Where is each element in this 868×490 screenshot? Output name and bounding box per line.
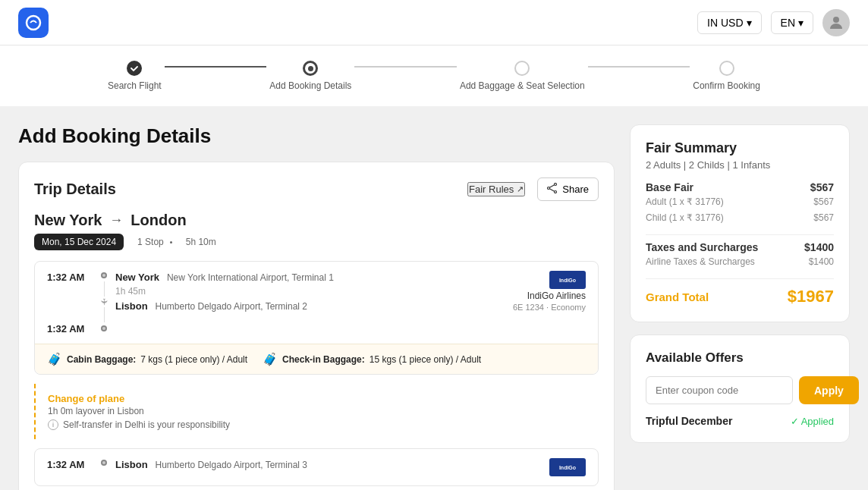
base-fare-section: Base Fair $567 Adult (1 x ₹ 31776) $567 …	[646, 181, 834, 225]
arrive-airport: Lisbon	[115, 300, 148, 312]
base-fare-row: Base Fair $567	[646, 181, 834, 193]
child-fare-amount: $567	[813, 212, 834, 223]
flight-details: New York New York International Airport,…	[115, 271, 513, 312]
fare-divider-2	[646, 278, 834, 279]
currency-selector[interactable]: IN USD ▾	[697, 11, 761, 34]
second-connector	[93, 458, 115, 466]
connector-3	[588, 66, 690, 68]
fair-rules-button[interactable]: Fair Rules ↗	[467, 182, 525, 196]
offers-title: Available Offers	[646, 350, 834, 366]
step-baggage: Add Baggage & Seat Selection	[460, 61, 585, 91]
lang-label: EN	[781, 17, 795, 29]
change-plane-text: Change of plane	[48, 393, 587, 404]
checkin-baggage-label: Check-in Baggage:	[282, 354, 365, 365]
baggage-row: 🧳 Cabin Baggage: 7 kgs (1 piece only) / …	[35, 344, 598, 374]
second-segment-box: 1:32 AM Lisbon Humberto Delgado Airport,…	[34, 448, 599, 486]
arrive-time: 1:32 AM	[47, 323, 84, 335]
svg-line-6	[550, 189, 555, 192]
second-depart-dot	[101, 460, 107, 466]
second-airline-logo: IndiGo	[549, 458, 586, 476]
flight-segment-box: 1:32 AM 1:32 AM ✈	[34, 261, 599, 375]
lang-chevron: ▾	[798, 17, 804, 29]
trip-details-card: Trip Details Fair Rules ↗	[18, 162, 615, 490]
times-column: 1:32 AM 1:32 AM	[47, 271, 93, 335]
svg-line-5	[550, 185, 555, 188]
user-avatar[interactable]	[822, 9, 850, 36]
coupon-input[interactable]	[646, 376, 793, 404]
route-from: New York	[34, 212, 102, 229]
second-times: 1:32 AM	[47, 458, 93, 470]
currency-chevron: ▾	[747, 17, 752, 29]
plane-icon: ✈	[99, 298, 109, 306]
card-actions: Fair Rules ↗	[467, 177, 599, 201]
svg-point-0	[27, 16, 40, 30]
date-badge: Mon, 15 Dec 2024	[34, 234, 124, 250]
airline-name: IndiGo Airlines	[527, 291, 586, 301]
fare-summary-card: Fair Summary 2 Adults | 2 Childs | 1 Inf…	[630, 124, 850, 322]
arrive-airport-full: Humberto Delgado Airport, Terminal 2	[156, 301, 308, 312]
connector-2	[354, 66, 457, 68]
step-label-search: Search Flight	[108, 80, 162, 91]
taxes-amount: $1400	[804, 241, 834, 253]
second-airport-full: Humberto Delgado Airport, Terminal 3	[156, 460, 308, 470]
step-circle-search	[127, 61, 142, 76]
cabin-baggage-value: 7 kgs (1 piece only) / Adult	[140, 354, 247, 365]
currency-label: IN USD	[707, 17, 743, 29]
fare-divider	[646, 234, 834, 235]
step-circle-baggage	[514, 61, 530, 76]
taxes-row: Taxes and Surcharges $1400	[646, 241, 834, 253]
airline-taxes-label: Airline Taxes & Surcharges	[646, 256, 755, 267]
airline-taxes-row: Airline Taxes & Surcharges $1400	[646, 256, 834, 269]
base-fare-label: Base Fair	[646, 181, 693, 193]
cabin-baggage-label: Cabin Baggage:	[67, 354, 136, 365]
depart-time: 1:32 AM	[47, 272, 84, 283]
apply-button[interactable]: Apply	[799, 376, 859, 404]
route-to: London	[131, 212, 186, 229]
depart-airport-full: New York International Airport, Terminal…	[167, 272, 334, 283]
checkin-baggage: 🧳 Check-in Baggage: 15 kgs (1 piece only…	[263, 352, 481, 366]
depart-airport: New York	[115, 272, 159, 283]
grand-total-row: Grand Total $1967	[646, 287, 834, 306]
left-panel: Add Booking Details Trip Details Fair Ru…	[18, 124, 615, 490]
checkin-baggage-value: 15 kgs (1 piece only) / Adult	[370, 354, 481, 365]
connector-1	[165, 66, 267, 68]
external-link-icon: ↗	[517, 184, 524, 194]
second-airport: Lisbon	[115, 459, 148, 470]
svg-point-4	[548, 187, 550, 190]
taxes-label: Taxes and Surcharges	[646, 241, 758, 253]
child-fare-row: Child (1 x ₹ 31776) $567	[646, 212, 834, 225]
second-airline-logo-text: IndiGo	[559, 465, 576, 470]
offer-row: Tripful December ✓ Applied	[646, 415, 834, 427]
cabin-bag-icon: 🧳	[47, 352, 62, 366]
layover-section: Change of plane 1h 0m layover in Lisbon …	[34, 384, 599, 439]
svg-point-1	[833, 17, 839, 23]
fair-rules-label: Fair Rules	[469, 184, 514, 195]
layover-time: 1h 0m layover in Lisbon	[48, 406, 587, 416]
coupon-row: Apply	[646, 376, 834, 404]
step-circle-booking	[303, 61, 318, 76]
taxes-section: Taxes and Surcharges $1400 Airline Taxes…	[646, 241, 834, 269]
step-circle-confirm	[719, 61, 734, 76]
airline-code: 6E 1234 · Economy	[513, 303, 586, 312]
second-flight-row: 1:32 AM Lisbon Humberto Delgado Airport,…	[35, 449, 598, 485]
share-label: Share	[562, 184, 589, 195]
second-depart-time: 1:32 AM	[47, 459, 84, 470]
fare-summary-subtitle: 2 Adults | 2 Childs | 1 Infants	[646, 159, 834, 171]
info-icon: i	[48, 419, 58, 430]
duration-label: 5h 10m	[186, 237, 216, 247]
step-search: Search Flight	[108, 61, 162, 91]
share-icon	[547, 183, 558, 196]
route-arrow-icon: →	[109, 212, 123, 228]
share-button[interactable]: Share	[537, 177, 599, 201]
step-booking: Add Booking Details	[269, 61, 351, 91]
child-fare-label: Child (1 x ₹ 31776)	[646, 212, 724, 223]
language-selector[interactable]: EN ▾	[771, 11, 813, 34]
svg-point-3	[555, 191, 557, 193]
offer-name: Tripful December	[646, 415, 732, 427]
progress-steps: Search Flight Add Booking Details Add Ba…	[108, 61, 760, 91]
grand-total-label: Grand Total	[646, 291, 709, 303]
main-content: Add Booking Details Trip Details Fair Ru…	[0, 106, 868, 490]
header: IN USD ▾ EN ▾	[0, 0, 868, 46]
fare-summary-title: Fair Summary	[646, 140, 834, 156]
adult-fare-amount: $567	[813, 196, 834, 207]
